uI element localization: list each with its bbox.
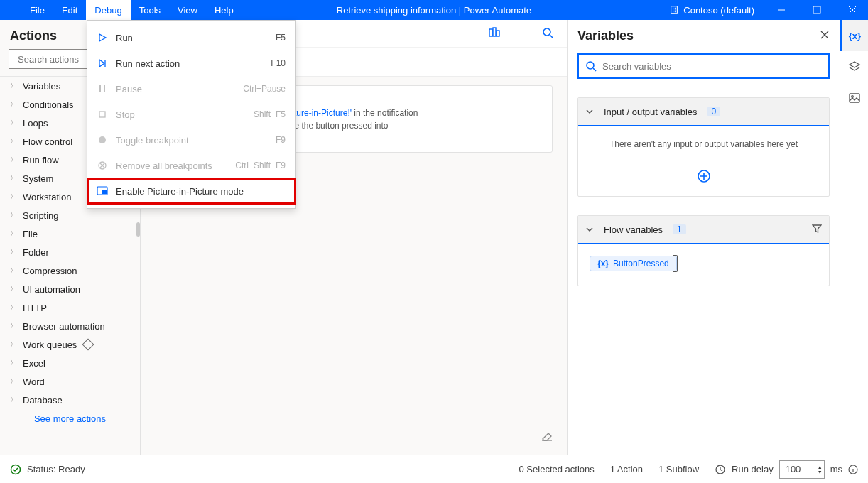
image-icon [848,92,861,104]
menuitem-shortcut: F5 [276,33,286,43]
tree-label: Folder [23,247,49,258]
tree-label: Database [23,395,63,406]
right-rail: {x} [840,20,868,455]
window-maximize[interactable] [801,0,832,20]
tree-item-work-queues[interactable]: 〉Work queues [0,335,140,354]
debug-run[interactable]: Run F5 [87,25,295,50]
window-close[interactable] [837,0,868,20]
menuitem-label: Toggle breakpoint [116,135,268,146]
tree-label: Excel [23,358,45,369]
tree-item-word[interactable]: 〉Word [0,372,140,391]
variable-icon: {x} [849,31,861,41]
breakpoint-icon [96,135,109,145]
menuitem-shortcut: F9 [276,135,286,145]
menu-file[interactable]: File [21,0,53,20]
variables-panel: Variables Input / output variables 0 The… [567,20,840,455]
svg-rect-6 [102,190,107,194]
tree-label: Run flow [23,155,59,165]
debug-stop: Stop Shift+F5 [87,102,295,127]
menuitem-shortcut: Ctrl+Shift+F9 [235,161,286,170]
variable-name: ButtonPressed [613,259,669,268]
menu-tools[interactable]: Tools [131,0,169,20]
info-icon[interactable] [848,465,858,474]
eraser-icon[interactable] [540,428,554,445]
debug-run-next[interactable]: Run next action F10 [87,50,295,76]
variables-search[interactable] [577,53,830,79]
chevron-down-icon [585,225,594,234]
scrollbar-thumb[interactable] [136,222,140,237]
tree-label: Work queues [23,340,77,350]
org-name: Contoso (default) [683,5,754,16]
pip-icon [96,186,109,196]
clear-breakpoints-icon [96,161,109,170]
tree-label: System [23,173,53,184]
tree-item-database[interactable]: 〉Database [0,391,140,409]
menuitem-label: Remove all breakpoints [116,161,228,171]
svg-rect-1 [813,6,820,13]
run-delay-value: 100 [786,464,801,474]
svg-rect-9 [493,28,496,36]
rail-images[interactable] [840,82,869,114]
search-flow-icon[interactable] [541,26,554,41]
spin-down[interactable]: ▼ [818,470,823,474]
menuitem-shortcut: F10 [271,58,286,68]
run-delay-label: Run delay [732,464,774,474]
see-more-actions[interactable]: See more actions [0,409,140,428]
io-variables-header[interactable]: Input / output variables 0 [578,98,829,126]
selected-count: 0 Selected actions [519,464,595,474]
layers-icon [848,60,861,73]
subflow-count: 1 Subflow [658,464,699,474]
menuitem-label: Run [116,33,268,43]
action-count: 1 Action [610,464,643,474]
org-switcher[interactable]: Contoso (default) [662,5,761,16]
recorder-icon[interactable] [488,26,501,41]
section-title: Input / output variables [604,107,698,117]
section-title: Flow variables [604,224,663,235]
svg-point-12 [587,62,594,69]
rail-ui-elements[interactable] [840,51,869,82]
section-count: 1 [673,224,686,234]
tree-item-compression[interactable]: 〉Compression [0,261,140,280]
rail-variables[interactable]: {x} [840,20,869,51]
menu-edit[interactable]: Edit [53,0,86,20]
menu-view[interactable]: View [169,0,206,20]
debug-enable-pip[interactable]: Enable Picture-in-Picture mode [87,178,295,204]
flow-variable-chip[interactable]: {x} ButtonPressed [590,256,677,271]
pause-icon [96,84,109,94]
tree-item-browser-automation[interactable]: 〉Browser automation [0,317,140,335]
add-io-variable[interactable] [578,162,829,196]
tree-item-file[interactable]: 〉File [0,224,140,243]
svg-point-3 [99,136,106,143]
tree-label: Variables [23,81,60,92]
io-variables-body: There aren't any input or output variabl… [578,126,829,162]
tree-item-folder[interactable]: 〉Folder [0,243,140,261]
variable-brace-icon: {x} [597,259,609,268]
filter-icon[interactable] [812,224,822,236]
tree-item-excel[interactable]: 〉Excel [0,354,140,372]
close-variables-panel[interactable] [820,30,830,42]
window-title: Retrieve shipping information | Power Au… [337,5,531,16]
menu-debug[interactable]: Debug [86,0,130,20]
premium-diamond-icon [82,339,94,351]
debug-dropdown: Run F5 Run next action F10 Pause Ctrl+Pa… [87,20,296,209]
svg-rect-0 [671,6,678,14]
variables-title: Variables [577,28,820,43]
tree-label: HTTP [23,303,47,313]
tree-item-ui-automation[interactable]: 〉UI automation [0,280,140,298]
spin-up[interactable]: ▲ [818,465,823,470]
menuitem-shortcut: Ctrl+Pause [243,84,286,94]
menuitem-label: Enable Picture-in-Picture mode [116,186,278,197]
menuitem-label: Run next action [116,58,264,69]
io-variables-section: Input / output variables 0 There aren't … [577,97,830,197]
menu-help[interactable]: Help [206,0,242,20]
flow-variables-header[interactable]: Flow variables 1 [578,216,829,244]
flow-variables-section: Flow variables 1 {x} ButtonPressed [577,215,830,286]
debug-pause: Pause Ctrl+Pause [87,76,295,102]
run-delay-control: Run delay 100 ▲▼ ms [715,460,858,479]
tree-item-http[interactable]: 〉HTTP [0,298,140,317]
window-minimize[interactable] [766,0,797,20]
run-delay-input[interactable]: 100 ▲▼ [779,460,825,479]
variables-search-input[interactable] [602,61,822,72]
plus-circle-icon [697,169,711,183]
separator [521,24,521,43]
